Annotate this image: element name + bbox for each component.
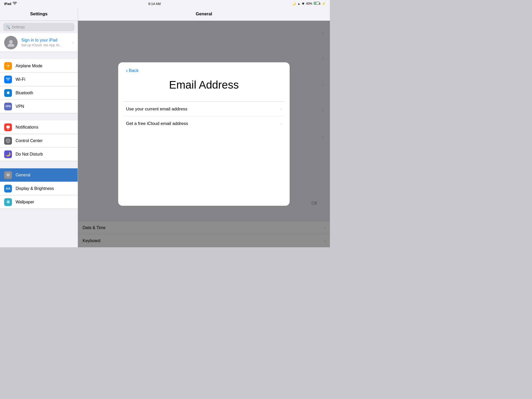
sidebar-item-general[interactable]: ⚙ General bbox=[0, 168, 78, 182]
wifi-icon bbox=[13, 2, 17, 6]
svg-point-5 bbox=[8, 140, 9, 141]
svg-point-3 bbox=[6, 139, 10, 142]
ipad-label: iPad bbox=[4, 2, 11, 6]
airplane-label: Airplane Mode bbox=[16, 64, 74, 68]
sidebar-search-container: 🔍 Settings bbox=[0, 21, 78, 33]
right-panel-content: › › › › › Off bbox=[78, 21, 330, 247]
dnd-icon: 🌙 bbox=[4, 150, 12, 158]
profile-info: Sign in to your iPad Set up iCloud, the … bbox=[21, 38, 69, 47]
sidebar-item-control-center[interactable]: Control Center bbox=[0, 134, 78, 148]
control-center-icon bbox=[4, 137, 12, 145]
vpn-icon: VPN bbox=[4, 103, 12, 110]
battery-percent: 40% bbox=[306, 2, 312, 5]
use-current-email-label: Use your current email address bbox=[126, 107, 281, 112]
wallpaper-label: Wallpaper bbox=[16, 200, 74, 204]
notifications-label: Notifications bbox=[16, 125, 74, 130]
bluetooth-icon: ✱ bbox=[4, 89, 12, 97]
svg-point-4 bbox=[7, 140, 8, 141]
sidebar-spacer-3 bbox=[0, 161, 78, 168]
back-chevron-icon: ‹ bbox=[126, 68, 128, 74]
email-address-modal: ‹ Back Email Address Use your current em… bbox=[118, 62, 290, 206]
control-center-label: Control Center bbox=[16, 138, 74, 143]
modal-options-list: Use your current email address › Get a f… bbox=[118, 102, 290, 131]
time-display: 8:14 AM bbox=[148, 2, 161, 6]
location-icon: ▲ bbox=[297, 2, 300, 5]
display-label: Display & Brightness bbox=[16, 186, 74, 191]
dnd-label: Do Not Disturb bbox=[16, 152, 74, 157]
get-icloud-email-chevron: › bbox=[281, 121, 282, 126]
back-button[interactable]: ‹ Back bbox=[126, 68, 282, 74]
sidebar-list: Sign in to your iPad Set up iCloud, the … bbox=[0, 33, 78, 247]
sidebar-item-display[interactable]: AA Display & Brightness bbox=[0, 182, 78, 195]
search-icon: 🔍 bbox=[6, 25, 10, 29]
main-layout: Settings 🔍 Settings Sign in to your iPad bbox=[0, 7, 330, 247]
modal-overlay: ‹ Back Email Address Use your current em… bbox=[78, 21, 330, 247]
sidebar-item-notifications[interactable]: Notifications bbox=[0, 121, 78, 134]
svg-point-0 bbox=[9, 40, 13, 44]
use-current-email-item[interactable]: Use your current email address › bbox=[123, 102, 284, 116]
search-placeholder: Settings bbox=[12, 25, 25, 29]
right-panel: General › › › › › bbox=[78, 7, 330, 247]
profile-name: Sign in to your iPad bbox=[21, 38, 69, 43]
sidebar: Settings 🔍 Settings Sign in to your iPad bbox=[0, 7, 78, 247]
profile-section[interactable]: Sign in to your iPad Set up iCloud, the … bbox=[0, 33, 78, 52]
airplane-icon: ✈ bbox=[4, 62, 12, 70]
right-panel-title: General bbox=[78, 7, 330, 21]
svg-point-6 bbox=[8, 141, 9, 142]
sidebar-item-wifi[interactable]: Wi-Fi bbox=[0, 73, 78, 86]
wifi-settings-icon bbox=[4, 76, 12, 83]
status-bar: iPad 8:14 AM 🌙 ▲ ✱ 40% ⚡ bbox=[0, 0, 330, 7]
search-bar[interactable]: 🔍 Settings bbox=[3, 23, 75, 31]
general-icon: ⚙ bbox=[4, 171, 12, 179]
moon-icon: 🌙 bbox=[292, 2, 296, 5]
use-current-email-chevron: › bbox=[281, 107, 282, 111]
sidebar-spacer-1 bbox=[0, 52, 78, 59]
sidebar-item-vpn[interactable]: VPN VPN bbox=[0, 100, 78, 113]
modal-header: ‹ Back Email Address bbox=[118, 62, 290, 102]
svg-point-1 bbox=[8, 44, 14, 47]
notifications-icon bbox=[4, 123, 12, 131]
sidebar-title: Settings bbox=[0, 7, 78, 21]
sidebar-item-dnd[interactable]: 🌙 Do Not Disturb bbox=[0, 148, 78, 161]
sidebar-item-airplane[interactable]: ✈ Airplane Mode bbox=[0, 59, 78, 73]
general-label: General bbox=[16, 173, 74, 177]
back-label: Back bbox=[129, 68, 139, 73]
charging-icon: ⚡ bbox=[322, 2, 326, 5]
battery-icon bbox=[314, 2, 320, 5]
wifi-label: Wi-Fi bbox=[16, 77, 74, 82]
svg-rect-2 bbox=[6, 125, 10, 128]
wallpaper-icon: ❋ bbox=[4, 198, 12, 206]
sidebar-spacer-2 bbox=[0, 113, 78, 121]
profile-subtitle: Set up iCloud, the App St... bbox=[21, 43, 69, 47]
status-right: 🌙 ▲ ✱ 40% ⚡ bbox=[292, 2, 326, 5]
vpn-label: VPN bbox=[16, 104, 74, 109]
sidebar-item-bluetooth[interactable]: ✱ Bluetooth bbox=[0, 86, 78, 100]
display-icon: AA bbox=[4, 185, 12, 192]
modal-title: Email Address bbox=[126, 74, 282, 99]
avatar bbox=[4, 36, 18, 49]
get-icloud-email-label: Get a free iCloud email address bbox=[126, 121, 281, 126]
bluetooth-status-icon: ✱ bbox=[302, 2, 304, 5]
sidebar-item-wallpaper[interactable]: ❋ Wallpaper bbox=[0, 195, 78, 209]
get-icloud-email-item[interactable]: Get a free iCloud email address › bbox=[123, 116, 284, 131]
profile-chevron: › bbox=[72, 40, 74, 45]
bluetooth-label: Bluetooth bbox=[16, 91, 74, 95]
status-left: iPad bbox=[4, 2, 17, 6]
modal-body: Use your current email address › Get a f… bbox=[118, 102, 290, 206]
